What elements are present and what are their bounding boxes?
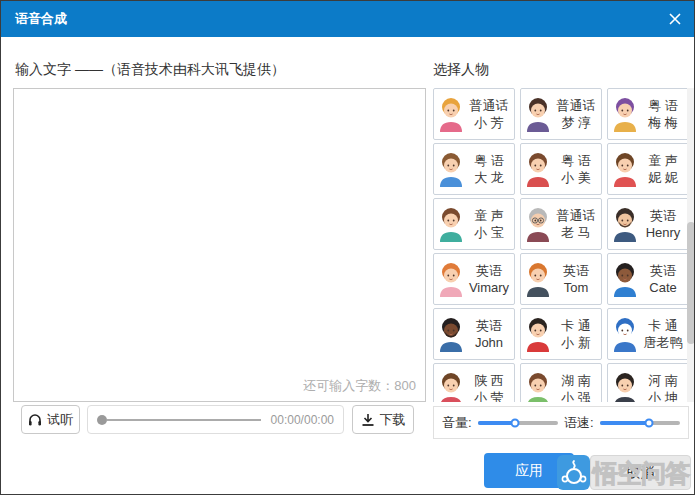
voice-card[interactable]: 卡 通小 新: [520, 308, 602, 360]
voice-name: Cate: [649, 280, 676, 296]
voice-label: 河 南小 坤: [638, 373, 688, 403]
voice-name: Vimary: [469, 280, 509, 296]
voice-name: 妮 妮: [648, 170, 678, 186]
voice-grid: 普通话小 芳普通话梦 淳粤 语梅 梅粤 语大 龙粤 语小 美童 声妮 妮童 声小…: [433, 88, 689, 402]
voice-lang: 童 声: [648, 153, 678, 169]
voice-name: 小 莹: [474, 390, 504, 403]
voice-avatar-icon: [438, 316, 464, 352]
voice-avatar-icon: [612, 206, 638, 242]
voice-name: 唐老鸭: [644, 335, 683, 351]
voice-name: 大 龙: [474, 170, 504, 186]
apply-button[interactable]: 应用: [484, 453, 574, 488]
voice-card[interactable]: 童 声妮 妮: [607, 143, 689, 195]
voice-name: 小 芳: [474, 115, 504, 131]
voice-card[interactable]: 普通话老 马: [520, 198, 602, 250]
voice-label: 童 声小 宝: [464, 208, 514, 241]
voice-card[interactable]: 英语Henry: [607, 198, 689, 250]
scrollbar-thumb[interactable]: [687, 222, 695, 344]
voice-label: 英语John: [464, 318, 514, 351]
playhead-dot[interactable]: [97, 415, 107, 425]
voice-card[interactable]: 陕 西小 莹: [433, 363, 515, 402]
voice-lang: 英语: [563, 263, 589, 279]
voice-label: 英语Henry: [638, 208, 688, 241]
voice-name: 小 坤: [648, 390, 678, 403]
audio-sliders-box: 音量: 语速:: [433, 406, 689, 439]
volume-label: 音量:: [442, 414, 472, 432]
voice-lang: 粤 语: [561, 153, 591, 169]
voice-card[interactable]: 粤 语小 美: [520, 143, 602, 195]
voice-lang: 普通话: [470, 98, 509, 114]
voice-card[interactable]: 普通话小 芳: [433, 88, 515, 140]
voice-name: 小 强: [561, 390, 591, 403]
voice-lang: 童 声: [474, 208, 504, 224]
close-button[interactable]: [666, 10, 684, 28]
text-input-area[interactable]: [13, 88, 426, 402]
voice-avatar-icon: [612, 151, 638, 187]
voice-name: 小 美: [561, 170, 591, 186]
voice-card[interactable]: 粤 语梅 梅: [607, 88, 689, 140]
progress-track[interactable]: [107, 419, 261, 421]
voice-lang: 湖 南: [561, 373, 591, 389]
voice-card[interactable]: 河 南小 坤: [607, 363, 689, 402]
voice-card[interactable]: 卡 通唐老鸭: [607, 308, 689, 360]
voice-label: 卡 通小 新: [551, 318, 601, 351]
voice-name: John: [475, 335, 503, 351]
playback-progress[interactable]: 00:00/00:00: [87, 405, 344, 434]
voice-avatar-icon: [438, 151, 464, 187]
voice-card[interactable]: 英语Tom: [520, 253, 602, 305]
voice-card[interactable]: 普通话梦 淳: [520, 88, 602, 140]
voice-label: 卡 通唐老鸭: [638, 318, 688, 351]
playback-time: 00:00/00:00: [271, 413, 334, 427]
download-icon: [361, 413, 375, 426]
voice-avatar-icon: [612, 261, 638, 297]
voice-card[interactable]: 英语Vimary: [433, 253, 515, 305]
preview-button[interactable]: 试听: [21, 405, 80, 434]
voice-name: 梦 淳: [561, 115, 591, 131]
cancel-button[interactable]: 取消: [590, 455, 691, 490]
voice-card[interactable]: 英语Cate: [607, 253, 689, 305]
text-input-area-wrap: 还可输入字数：800: [13, 88, 426, 402]
voice-card[interactable]: 童 声小 宝: [433, 198, 515, 250]
voice-label: 英语Tom: [551, 263, 601, 296]
volume-slider-fill: [478, 421, 515, 425]
voice-label: 普通话小 芳: [464, 98, 514, 131]
voice-label: 湖 南小 强: [551, 373, 601, 403]
voice-label: 粤 语大 龙: [464, 153, 514, 186]
speed-label: 语速:: [564, 414, 594, 432]
download-button[interactable]: 下载: [352, 405, 414, 434]
voice-lang: 陕 西: [474, 373, 504, 389]
input-text-label: 输入文字 ——（语音技术由科大讯飞提供）: [15, 61, 285, 79]
voice-lang: 粤 语: [648, 98, 678, 114]
voice-avatar-icon: [525, 261, 551, 297]
voice-avatar-icon: [525, 316, 551, 352]
voice-lang: 卡 通: [561, 318, 591, 334]
voice-lang: 河 南: [648, 373, 678, 389]
headphone-icon: [28, 413, 42, 426]
volume-slider[interactable]: [478, 421, 558, 425]
title-bar: 语音合成: [1, 1, 694, 37]
voice-name: 老 马: [561, 225, 591, 241]
voice-card[interactable]: 粤 语大 龙: [433, 143, 515, 195]
voice-lang: 英语: [650, 208, 676, 224]
voice-card[interactable]: 湖 南小 强: [520, 363, 602, 402]
voice-lang: 普通话: [557, 98, 596, 114]
download-button-label: 下载: [380, 411, 406, 429]
voice-avatar-icon: [612, 96, 638, 132]
voice-name: 小 新: [561, 335, 591, 351]
voice-avatar-icon: [438, 206, 464, 242]
voice-avatar-icon: [525, 151, 551, 187]
voice-avatar-icon: [612, 371, 638, 402]
voice-lang: 英语: [476, 318, 502, 334]
speed-slider[interactable]: [600, 421, 680, 425]
voice-name: Henry: [646, 225, 681, 241]
voice-list-scrollbar[interactable]: [687, 88, 695, 402]
voice-card[interactable]: 英语John: [433, 308, 515, 360]
voice-avatar-icon: [438, 261, 464, 297]
speed-slider-handle[interactable]: [645, 418, 654, 427]
volume-slider-handle[interactable]: [510, 418, 519, 427]
voice-label: 粤 语小 美: [551, 153, 601, 186]
close-icon: [669, 13, 681, 25]
dialog-title: 语音合成: [15, 10, 67, 28]
voice-lang: 英语: [650, 263, 676, 279]
voice-avatar-icon: [525, 206, 551, 242]
